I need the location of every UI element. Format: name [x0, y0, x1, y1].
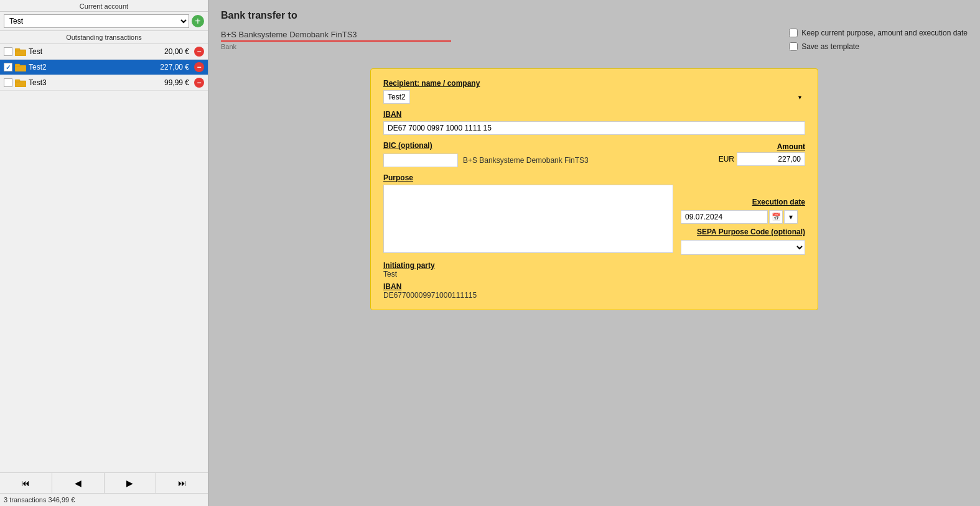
initiating-party-value: Test	[383, 270, 805, 278]
form-card: Recipient: name / company Test2 IBAN BIC…	[370, 68, 818, 310]
svg-rect-5	[15, 80, 20, 82]
list-item[interactable]: Test 20,00 € −	[0, 44, 208, 60]
initiating-party-section: Initiating party Test IBAN DE67700009971…	[383, 261, 805, 300]
transaction-amount: 227,00 €	[160, 63, 189, 71]
initiating-iban-value: DE67700009971000111115	[383, 291, 805, 300]
svg-rect-1	[15, 48, 20, 51]
account-select[interactable]: Test	[4, 14, 189, 28]
recipient-label: Recipient: name / company	[383, 79, 805, 88]
remove-transaction-button[interactable]: −	[194, 62, 204, 72]
bank-name-input[interactable]	[221, 29, 451, 42]
transaction-amount: 20,00 €	[164, 47, 189, 56]
transaction-name: Test	[29, 47, 162, 56]
right-panel: Bank transfer to Bank Keep current purpo…	[208, 0, 980, 506]
purpose-label: Purpose	[383, 173, 673, 182]
sepa-select-wrapper	[681, 240, 805, 255]
recipient-row: Recipient: name / company Test2	[383, 79, 805, 104]
prev-button[interactable]: ◀	[52, 473, 105, 493]
sepa-purpose-select[interactable]	[681, 240, 805, 255]
row-checkbox[interactable]	[4, 47, 12, 56]
iban-input[interactable]	[383, 121, 805, 135]
sepa-purpose-label: SEPA Purpose Code (optional)	[681, 228, 805, 236]
account-selector: Test +	[0, 12, 208, 31]
transaction-name: Test3	[29, 78, 162, 87]
bic-section: BIC (optional) B+S Banksysteme Demobank …	[383, 141, 589, 167]
date-row: 📅 ▾	[681, 210, 805, 224]
list-item[interactable]: ✓ Test2 227,00 € −	[0, 60, 208, 75]
amount-section: Amount EUR	[719, 142, 805, 166]
bic-input[interactable]	[383, 154, 458, 167]
save-template-row: Save as template	[789, 42, 968, 51]
initiating-party-label: Initiating party	[383, 261, 805, 270]
bank-section: Bank	[221, 29, 457, 50]
left-panel: Current account Test + Outstanding trans…	[0, 0, 208, 506]
remove-transaction-button[interactable]: −	[194, 78, 204, 88]
date-dropdown-button[interactable]: ▾	[784, 210, 798, 224]
first-button[interactable]: ⏮	[0, 473, 52, 493]
folder-icon	[15, 78, 26, 87]
keep-current-label: Keep current purpose, amount and executi…	[801, 29, 968, 37]
transaction-amount: 99,99 €	[164, 78, 189, 87]
purpose-column: Purpose	[383, 173, 673, 255]
initiating-iban-label: IBAN	[383, 282, 805, 291]
recipient-select-wrapper: Test2	[383, 90, 805, 104]
recipient-select[interactable]: Test2	[383, 90, 410, 104]
execution-column: Execution date 📅 ▾ SEPA Purpose Code (op…	[681, 173, 805, 255]
folder-icon	[15, 47, 26, 56]
last-button[interactable]: ⏭	[156, 473, 208, 493]
bic-amount-row: BIC (optional) B+S Banksysteme Demobank …	[383, 141, 805, 167]
transaction-name: Test2	[29, 63, 157, 71]
execution-date-input[interactable]	[681, 210, 768, 224]
save-as-template-checkbox[interactable]	[789, 42, 798, 51]
keep-current-row: Keep current purpose, amount and executi…	[789, 29, 968, 37]
bank-name-display: B+S Banksysteme Demobank FinTS3	[463, 156, 589, 165]
bic-label: BIC (optional)	[383, 141, 589, 150]
next-button[interactable]: ▶	[105, 473, 157, 493]
outstanding-transactions-label: Outstanding transactions	[0, 31, 208, 44]
folder-icon	[15, 63, 26, 71]
save-as-template-label: Save as template	[801, 42, 859, 51]
navigation-buttons: ⏮ ◀ ▶ ⏭	[0, 472, 208, 493]
currency-label: EUR	[719, 155, 734, 163]
calendar-button[interactable]: 📅	[769, 210, 783, 224]
transaction-list: Test 20,00 € − ✓ Test2 227,00 € − Test3	[0, 44, 208, 472]
purpose-execution-row: Purpose Execution date 📅 ▾ SEPA Purpose …	[383, 173, 805, 255]
add-account-button[interactable]: +	[192, 15, 204, 27]
row-checkbox[interactable]	[4, 78, 12, 87]
page-title: Bank transfer to	[221, 10, 968, 21]
current-account-label: Current account	[0, 0, 208, 12]
execution-date-label: Execution date	[681, 198, 805, 206]
footer-count: 3 transactions 346,99 €	[0, 493, 208, 506]
iban-row: IBAN	[383, 110, 805, 135]
remove-transaction-button[interactable]: −	[194, 47, 204, 57]
row-checkbox[interactable]: ✓	[4, 63, 12, 71]
keep-current-checkbox[interactable]	[789, 29, 798, 37]
list-item[interactable]: Test3 99,99 € −	[0, 75, 208, 91]
svg-rect-3	[15, 64, 20, 67]
bank-label: Bank	[221, 43, 457, 50]
top-controls: Bank Keep current purpose, amount and ex…	[221, 29, 968, 51]
amount-input[interactable]	[737, 152, 805, 166]
checkmark-icon: ✓	[6, 64, 11, 71]
purpose-textarea[interactable]	[383, 185, 673, 253]
amount-label: Amount	[777, 142, 805, 151]
checkboxes-section: Keep current purpose, amount and executi…	[789, 29, 968, 51]
iban-label: IBAN	[383, 110, 805, 119]
